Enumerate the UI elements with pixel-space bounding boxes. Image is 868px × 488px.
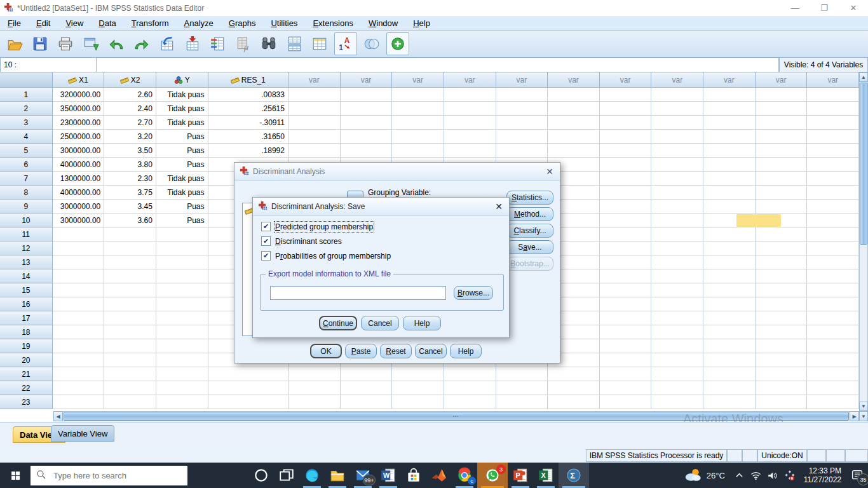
dialog-title-bar[interactable]: Discriminant Analysis ✕ xyxy=(234,163,560,181)
column-header-var[interactable]: var xyxy=(496,72,548,88)
cell-var[interactable] xyxy=(496,130,548,144)
cell-var[interactable] xyxy=(703,241,756,255)
cell-var[interactable] xyxy=(600,214,652,227)
cell-x1-row11[interactable] xyxy=(53,227,105,241)
help-button[interactable]: Help xyxy=(403,316,441,330)
cell-var[interactable] xyxy=(807,88,859,102)
checkbox[interactable]: ✔ xyxy=(261,236,271,246)
cell-var[interactable] xyxy=(703,130,756,144)
cell-y-row11[interactable] xyxy=(156,227,208,241)
start-button[interactable] xyxy=(0,463,31,488)
row-header[interactable]: 4 xyxy=(0,130,53,144)
cell-var[interactable] xyxy=(807,325,859,339)
cell-var[interactable] xyxy=(703,158,756,172)
cell-var[interactable] xyxy=(756,158,808,172)
highlighted-cell[interactable] xyxy=(736,214,781,227)
cell-x2-row2[interactable]: 2.40 xyxy=(104,102,156,116)
word-icon[interactable]: W xyxy=(376,463,401,488)
cell-var[interactable] xyxy=(703,367,756,381)
cell-var[interactable] xyxy=(807,367,859,381)
column-header-x1[interactable]: X1 xyxy=(53,72,105,88)
cell-var[interactable] xyxy=(496,395,548,409)
row-header[interactable]: 3 xyxy=(0,116,53,130)
cell-var[interactable] xyxy=(807,158,859,172)
cell-reference-box[interactable]: 10 : xyxy=(0,57,97,72)
continue-button[interactable]: Continue xyxy=(319,316,357,330)
cell-var[interactable] xyxy=(703,88,756,102)
dialog-close-icon[interactable]: ✕ xyxy=(546,166,553,177)
cell-var[interactable] xyxy=(444,144,496,158)
cell-res-row2[interactable]: .25615 xyxy=(208,102,288,116)
use-variable-sets-icon[interactable] xyxy=(361,33,383,55)
column-header-var[interactable]: var xyxy=(444,72,496,88)
cell-x1-row15[interactable] xyxy=(53,283,105,297)
cell-var[interactable] xyxy=(548,88,600,102)
cell-var[interactable] xyxy=(341,88,393,102)
cell-var[interactable] xyxy=(392,88,444,102)
cell-var[interactable] xyxy=(703,116,756,130)
cell-var[interactable] xyxy=(807,227,859,241)
cell-var[interactable] xyxy=(651,353,703,367)
cell-x2-row8[interactable]: 3.75 xyxy=(104,186,156,200)
column-header-y[interactable]: Y xyxy=(156,72,208,88)
cell-var[interactable] xyxy=(288,102,341,116)
search-input[interactable] xyxy=(52,470,175,481)
cell-y-row21[interactable] xyxy=(156,367,208,381)
scroll-left-button[interactable]: ◀ xyxy=(53,411,63,421)
cell-var[interactable] xyxy=(444,130,496,144)
mail-icon[interactable]: 99+ xyxy=(350,463,376,488)
row-header[interactable]: 18 xyxy=(0,325,53,339)
cell-var[interactable] xyxy=(807,311,859,325)
menu-transform[interactable]: Transform xyxy=(124,18,177,28)
column-header-var[interactable]: var xyxy=(756,72,808,88)
cell-x2-row20[interactable] xyxy=(104,353,156,367)
cell-var[interactable] xyxy=(444,88,496,102)
cell-y-row12[interactable] xyxy=(156,241,208,255)
cell-var[interactable] xyxy=(288,367,341,381)
wifi-icon[interactable] xyxy=(748,463,764,488)
cell-var[interactable] xyxy=(651,255,703,269)
cell-res-row22[interactable] xyxy=(208,381,288,395)
column-header-var[interactable]: var xyxy=(548,72,600,88)
row-header[interactable]: 21 xyxy=(0,367,53,381)
cell-y-row6[interactable]: Puas xyxy=(156,158,208,172)
tab-variable-view[interactable]: Variable View xyxy=(51,425,114,442)
cell-y-row19[interactable] xyxy=(156,339,208,353)
cell-var[interactable] xyxy=(703,283,756,297)
cell-x2-row18[interactable] xyxy=(104,325,156,339)
column-header-res_1[interactable]: RES_1 xyxy=(208,72,288,88)
cell-var[interactable] xyxy=(600,381,652,395)
cell-x2-row16[interactable] xyxy=(104,297,156,311)
cell-x1-row23[interactable] xyxy=(53,395,105,409)
browse-button[interactable]: Browse... xyxy=(454,286,493,300)
ok-button[interactable]: OK xyxy=(310,344,342,358)
descriptives-icon[interactable]: μ xyxy=(233,33,254,55)
cell-var[interactable] xyxy=(807,130,859,144)
cell-x1-row12[interactable] xyxy=(53,241,105,255)
cell-var[interactable] xyxy=(756,116,808,130)
cell-var[interactable] xyxy=(756,130,808,144)
cell-res-row5[interactable]: .18992 xyxy=(208,144,288,158)
chevron-up-icon[interactable] xyxy=(731,463,748,488)
method-button[interactable]: Method... xyxy=(506,207,553,221)
speaker-icon[interactable] xyxy=(764,463,781,488)
cell-x2-row4[interactable]: 3.20 xyxy=(104,130,156,144)
cell-x1-row16[interactable] xyxy=(53,297,105,311)
bootstrap-button[interactable]: Bootstrap... xyxy=(506,257,553,271)
row-header[interactable]: 13 xyxy=(0,255,53,269)
cell-var[interactable] xyxy=(703,227,756,241)
recall-dialogs-icon[interactable] xyxy=(80,33,102,55)
cell-var[interactable] xyxy=(651,172,703,186)
row-header[interactable]: 22 xyxy=(0,381,53,395)
cell-var[interactable] xyxy=(651,367,703,381)
menu-view[interactable]: View xyxy=(58,18,91,28)
checkbox[interactable]: ✔ xyxy=(261,222,271,231)
cell-x2-row1[interactable]: 2.60 xyxy=(104,88,156,102)
cell-var[interactable] xyxy=(651,158,703,172)
cell-var[interactable] xyxy=(496,144,548,158)
cell-x1-row18[interactable] xyxy=(53,325,105,339)
cell-var[interactable] xyxy=(600,130,652,144)
row-header[interactable]: 9 xyxy=(0,200,53,214)
menu-file[interactable]: File xyxy=(0,18,29,28)
redo-icon[interactable] xyxy=(131,33,153,55)
